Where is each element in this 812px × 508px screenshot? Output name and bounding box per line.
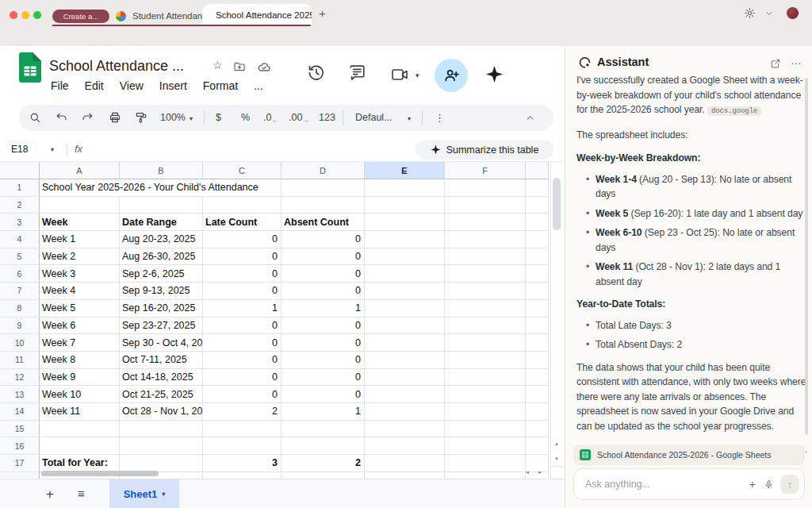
cell-E11[interactable] — [365, 352, 445, 369]
cell-F13[interactable] — [445, 386, 526, 403]
menu-edit[interactable]: Edit — [85, 79, 104, 92]
row-header-7[interactable]: 7 — [0, 283, 40, 300]
cell-E17[interactable] — [365, 455, 445, 472]
cell-G4[interactable] — [526, 231, 549, 248]
cell-E2[interactable] — [365, 197, 445, 214]
comments-icon[interactable] — [347, 63, 367, 83]
row-header-15[interactable]: 15 — [0, 421, 40, 438]
increase-decimal-button[interactable]: .00→ — [289, 112, 308, 124]
cell-G8[interactable] — [526, 300, 549, 318]
cell-C10[interactable]: 0 — [203, 334, 282, 352]
cell-B17[interactable] — [120, 455, 203, 472]
cell-A2[interactable] — [40, 197, 120, 214]
cell-A5[interactable]: Week 2 — [40, 248, 120, 266]
column-header-partial[interactable] — [526, 162, 549, 179]
cell-E3[interactable] — [365, 214, 445, 231]
cell-E7[interactable] — [365, 283, 445, 300]
row-header-4[interactable]: 4 — [0, 231, 40, 248]
horizontal-scrollbar-thumb[interactable] — [41, 471, 159, 476]
more-toolbar-button[interactable]: ⋮ — [435, 112, 445, 124]
cell-F16[interactable] — [445, 437, 526, 455]
cell-G14[interactable] — [526, 403, 549, 421]
scroll-up-icon[interactable]: ▲ — [554, 441, 559, 446]
tab-school-attendance-active[interactable]: School Attendance 2025-20 — [202, 4, 312, 26]
cell-C5[interactable]: 0 — [203, 248, 282, 266]
mic-icon[interactable] — [764, 479, 774, 490]
cell-C14[interactable]: 2 — [203, 403, 282, 421]
cell-E6[interactable] — [365, 265, 445, 283]
document-title[interactable]: School Attendance ... — [49, 58, 184, 75]
cell-B2[interactable] — [120, 197, 203, 214]
cell-A10[interactable]: Week 7 — [40, 334, 120, 352]
row-header-14[interactable]: 14 — [0, 403, 40, 421]
cell-A14[interactable]: Week 11 — [40, 403, 120, 421]
cell-E9[interactable] — [365, 318, 445, 335]
cell-A16[interactable] — [40, 437, 120, 455]
cell-G7[interactable] — [526, 283, 549, 300]
row-header-5[interactable]: 5 — [0, 248, 40, 266]
cell-D9[interactable]: 0 — [282, 318, 365, 335]
cell-D8[interactable]: 1 — [282, 300, 365, 318]
cell-C2[interactable] — [203, 197, 282, 214]
cell-A1[interactable]: School Year 2025-2026 - Your Child's Att… — [40, 179, 282, 197]
cell-D2[interactable] — [282, 197, 365, 214]
cell-B15[interactable] — [120, 421, 203, 438]
camera-caret-icon[interactable]: ▾ — [416, 71, 419, 79]
cell-A17[interactable]: Total for Year: — [40, 455, 120, 472]
cell-E10[interactable] — [365, 334, 445, 352]
column-header-F[interactable]: F — [445, 162, 526, 179]
cell-F12[interactable] — [445, 369, 526, 387]
cell-G2[interactable] — [526, 197, 549, 214]
version-history-icon[interactable] — [306, 63, 326, 83]
row-header-2[interactable]: 2 — [0, 197, 40, 214]
menu-[interactable]: ... — [254, 79, 263, 92]
cell-B16[interactable] — [120, 437, 203, 455]
close-window-button[interactable] — [10, 11, 17, 19]
all-sheets-button[interactable]: ≡ — [78, 487, 85, 500]
profile-avatar[interactable] — [787, 7, 799, 19]
cell-E5[interactable] — [365, 248, 445, 266]
cell-D4[interactable]: 0 — [282, 231, 365, 248]
row-header-12[interactable]: 12 — [0, 369, 40, 387]
sheets-logo-icon[interactable] — [19, 52, 41, 86]
cell-B14[interactable]: Oct 28 - Nov 1, 2025 — [120, 403, 203, 421]
scroll-right-icon[interactable]: ► — [538, 470, 542, 475]
cell-C8[interactable]: 1 — [203, 300, 282, 318]
move-folder-icon[interactable] — [233, 60, 246, 73]
cell-C6[interactable]: 0 — [203, 265, 282, 283]
cell-A6[interactable]: Week 3 — [40, 265, 120, 283]
sheet-tab-sheet1[interactable]: Sheet1 ▾ — [109, 479, 179, 508]
gear-icon[interactable] — [744, 7, 756, 19]
zoom-caret-icon[interactable]: ▾ — [190, 115, 193, 122]
cell-B10[interactable]: Sep 30 - Oct 4, 2025 — [120, 334, 203, 352]
cell-G9[interactable] — [526, 318, 549, 335]
menu-view[interactable]: View — [120, 79, 144, 92]
cell-C15[interactable] — [203, 421, 282, 438]
cell-C16[interactable] — [203, 437, 282, 455]
cell-F10[interactable] — [445, 334, 526, 352]
cell-G12[interactable] — [526, 369, 549, 387]
name-box-caret-icon[interactable]: ▾ — [51, 146, 54, 153]
cell-G13[interactable] — [526, 386, 549, 403]
row-header-8[interactable]: 8 — [0, 300, 40, 318]
send-button[interactable]: ↑ — [780, 475, 799, 494]
cell-G16[interactable] — [526, 437, 549, 455]
star-document-icon[interactable]: ☆ — [213, 59, 223, 71]
tab-create-a[interactable]: Create a... — [52, 10, 109, 23]
menu-format[interactable]: Format — [203, 79, 238, 92]
cell-C9[interactable]: 0 — [203, 318, 282, 335]
zoom-select[interactable]: 100% — [160, 112, 186, 123]
cell-G6[interactable] — [526, 265, 549, 283]
cell-F17[interactable] — [445, 455, 526, 472]
meet-camera-icon[interactable] — [390, 65, 409, 84]
cell-G3[interactable] — [526, 214, 549, 231]
cell-E12[interactable] — [365, 369, 445, 387]
cell-A13[interactable]: Week 10 — [40, 386, 120, 403]
row-header-1[interactable]: 1 — [0, 179, 40, 197]
cell-F11[interactable] — [445, 352, 526, 369]
cell-E4[interactable] — [365, 231, 445, 248]
redo-icon[interactable] — [81, 111, 94, 124]
cell-D5[interactable]: 0 — [282, 248, 365, 266]
new-tab-button[interactable]: + — [319, 6, 326, 20]
chevron-down-icon[interactable] — [764, 9, 774, 18]
